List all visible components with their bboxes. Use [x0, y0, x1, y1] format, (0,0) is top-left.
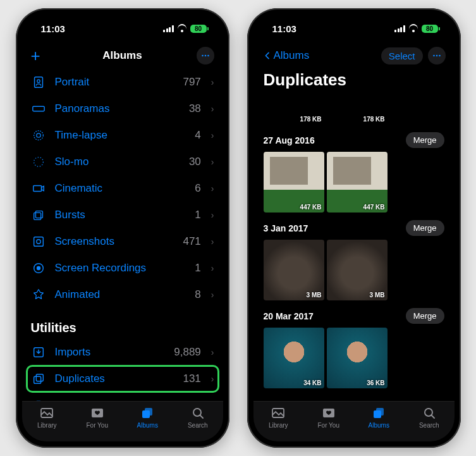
photo-thumbnail[interactable]: 3 MB	[327, 240, 388, 300]
list-row-slo-mo[interactable]: Slo-mo 30 ›	[22, 149, 223, 175]
list-row-bursts[interactable]: Bursts 1 ›	[22, 202, 223, 228]
tab-foryou[interactable]: For You	[78, 405, 116, 429]
list-row-panoramas[interactable]: Panoramas 38 ›	[22, 96, 223, 122]
photo-thumbnail[interactable]: 178 KB	[327, 96, 388, 125]
list-row-portrait[interactable]: Portrait 797 ›	[22, 69, 223, 96]
merge-button[interactable]: Merge	[406, 220, 444, 236]
cellular-icon	[394, 25, 405, 32]
chevron-right-icon: ›	[211, 210, 214, 220]
row-count: 1	[195, 262, 200, 274]
albums-list[interactable]: Portrait 797 › Panoramas 38 › Time-lapse…	[22, 69, 223, 401]
merge-button[interactable]: Merge	[406, 308, 444, 324]
row-label: Cinematic	[55, 182, 186, 195]
chevron-right-icon: ›	[211, 290, 214, 300]
tab-library[interactable]: Library	[28, 405, 66, 429]
ellipsis-icon	[431, 50, 442, 61]
battery-icon: 80	[190, 25, 207, 33]
row-count: 30	[189, 156, 201, 168]
file-size: 447 KB	[363, 204, 385, 211]
phone-left: 11:03 80 + Albums Portrait 797 ›	[16, 8, 229, 448]
duplicates-list[interactable]: 178 KB 178 KB 27 Aug 2016 Merge 447 KB 4…	[253, 96, 455, 401]
file-size: 36 KB	[367, 379, 384, 386]
merge-button[interactable]: Merge	[406, 132, 444, 148]
thumbs-row: 34 KB 36 KB	[253, 328, 455, 388]
row-count: 4	[195, 129, 200, 142]
tab-label: Search	[188, 422, 208, 429]
recordings-icon	[31, 261, 46, 276]
tab-albums[interactable]: Albums	[128, 405, 166, 429]
chevron-right-icon: ›	[211, 130, 214, 140]
more-button[interactable]	[428, 47, 446, 65]
photo-thumbnail[interactable]: 447 KB	[264, 152, 324, 213]
search-icon	[190, 405, 205, 421]
notch	[82, 15, 164, 32]
tab-foryou[interactable]: For You	[310, 405, 348, 429]
nav-title: Albums	[22, 49, 223, 62]
duplicates-icon	[31, 371, 46, 386]
chevron-right-icon: ›	[211, 157, 214, 167]
tab-albums[interactable]: Albums	[360, 405, 398, 429]
row-label: Panoramas	[55, 102, 180, 115]
photo-thumbnail[interactable]: 34 KB	[264, 328, 324, 388]
imports-icon	[31, 345, 46, 360]
portrait-icon	[31, 75, 46, 90]
photo-thumbnail[interactable]: 36 KB	[327, 328, 388, 388]
group-date: 20 Mar 2017	[264, 311, 314, 321]
row-count: 38	[189, 102, 201, 115]
file-size: 3 MB	[307, 292, 322, 299]
row-label: Bursts	[55, 209, 186, 221]
group-header: 27 Aug 2016 Merge	[253, 125, 455, 152]
status-time: 11:03	[41, 23, 65, 34]
row-label: Animated	[55, 288, 186, 301]
chevron-right-icon: ›	[211, 237, 214, 247]
albums-icon	[140, 405, 155, 421]
list-row-cinematic[interactable]: Cinematic 6 ›	[22, 175, 223, 202]
cinematic-icon	[31, 181, 46, 196]
group-header: 20 Mar 2017 Merge	[253, 300, 455, 328]
bursts-icon	[31, 207, 46, 223]
chevron-right-icon: ›	[211, 104, 214, 114]
row-count: 797	[183, 76, 200, 89]
row-count: 131	[183, 373, 200, 385]
tab-label: Albums	[369, 422, 389, 429]
tab-search[interactable]: Search	[410, 405, 448, 429]
list-row-time-lapse[interactable]: Time-lapse 4 ›	[22, 122, 223, 149]
thumbs-row: 447 KB 447 KB	[253, 152, 455, 213]
wifi-icon	[177, 25, 187, 32]
tab-label: Library	[37, 422, 57, 429]
chevron-right-icon: ›	[211, 374, 214, 384]
wifi-icon	[408, 25, 418, 32]
row-label: Screen Recordings	[55, 262, 186, 274]
add-button[interactable]: +	[31, 47, 40, 64]
list-row-imports[interactable]: Imports 9,889 ›	[22, 339, 223, 366]
row-label: Time-lapse	[55, 129, 186, 142]
row-label: Slo-mo	[55, 156, 180, 168]
phone-right: 11:03 80 Albums Select Duplicates	[247, 8, 461, 448]
timelapse-icon	[31, 128, 46, 143]
tab-search[interactable]: Search	[179, 405, 217, 429]
select-button[interactable]: Select	[381, 47, 423, 65]
thumbs-row: 3 MB 3 MB	[253, 240, 455, 300]
group-date: 27 Aug 2016	[264, 135, 315, 145]
tab-label: Library	[269, 422, 288, 429]
file-size: 178 KB	[300, 116, 322, 123]
list-row-recently deleted[interactable]: Recently Deleted ›	[22, 392, 223, 401]
list-row-animated[interactable]: Animated 8 ›	[22, 281, 223, 308]
status-time: 11:03	[272, 23, 296, 34]
list-row-screenshots[interactable]: Screenshots 471 ›	[22, 228, 223, 255]
tab-label: Search	[419, 422, 439, 429]
back-button[interactable]: Albums	[262, 49, 310, 62]
photo-thumbnail[interactable]: 178 KB	[264, 96, 324, 125]
tab-bar: Library For You Albums Search	[22, 401, 223, 441]
chevron-left-icon	[262, 49, 272, 62]
tab-library[interactable]: Library	[259, 405, 297, 429]
more-button[interactable]	[197, 47, 214, 65]
library-icon	[271, 405, 286, 421]
tab-label: For You	[318, 422, 339, 429]
panoramas-icon	[31, 101, 46, 116]
list-row-duplicates[interactable]: Duplicates 131 ›	[22, 366, 223, 392]
photo-thumbnail[interactable]: 447 KB	[327, 152, 388, 213]
nav-bar: + Albums	[22, 42, 223, 69]
list-row-screen recordings[interactable]: Screen Recordings 1 ›	[22, 255, 223, 281]
photo-thumbnail[interactable]: 3 MB	[264, 240, 324, 300]
